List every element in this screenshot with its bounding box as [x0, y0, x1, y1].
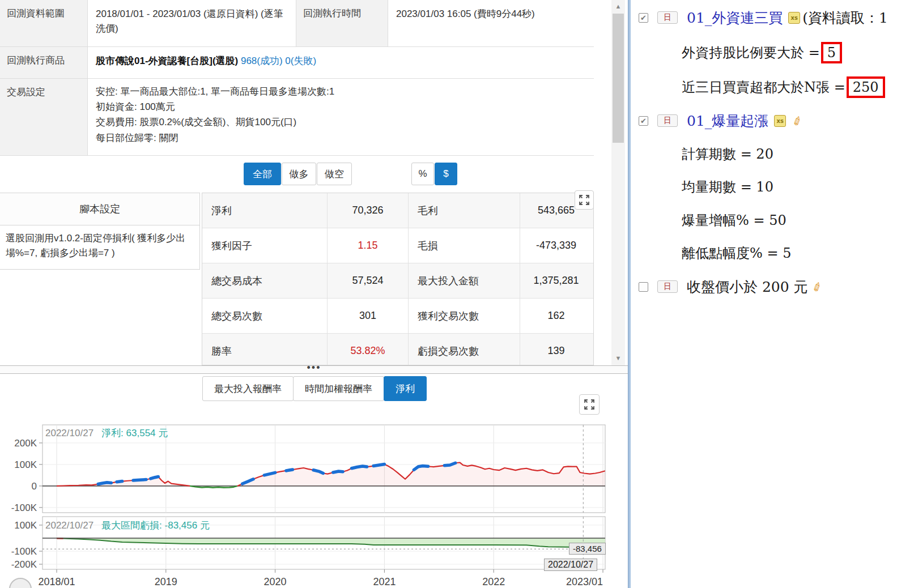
svg-text:2021: 2021: [373, 576, 396, 587]
scroll-up-icon[interactable]: ▲: [611, 0, 625, 12]
info-value-range: 2018/01/01 - 2023/01/03 (還原日資料) (逐筆洗價): [88, 0, 296, 46]
svg-text:2019: 2019: [155, 576, 177, 587]
drawdown-crosshair-label: 2022/10/27最大區間虧損: -83,456 元: [45, 519, 210, 532]
info-row-product: 回測執行商品 股市傳說01-外資認養[台股](選股) 968(成功) 0(失敗): [0, 47, 594, 79]
tab-net-profit[interactable]: 淨利: [384, 376, 427, 401]
highlighted-param-value: 250: [847, 76, 885, 98]
unit-percent-button[interactable]: %: [411, 163, 434, 185]
info-value-exec-time: 2023/01/03 16:05 (費時9分44秒): [388, 0, 594, 46]
backtest-info-table: 回測資料範圍 2018/01/01 - 2023/01/03 (還原日資料) (…: [0, 0, 594, 156]
scroll-down-icon[interactable]: ▼: [611, 352, 625, 364]
strategy-checkbox[interactable]: [639, 282, 648, 292]
strategy-link[interactable]: 01_爆量起漲: [687, 112, 768, 130]
stat-label: 毛利: [409, 193, 520, 228]
performance-stats-table: 淨利 70,326 毛利 543,665 獲利因子 1.15 毛損 -473,3…: [202, 193, 594, 365]
splitter-handle-icon[interactable]: •••: [307, 366, 321, 369]
info-row-trade-settings: 交易設定 安控: 單一商品最大部位:1, 單一商品每日最多進場次數:1 初始資金…: [0, 79, 594, 155]
crosshair-value: 淨利: 63,554 元: [101, 428, 168, 438]
stat-value: 1.15: [328, 228, 409, 263]
strategy-checkbox[interactable]: ✔: [639, 13, 648, 23]
param-label: 離低點幅度% = 5: [682, 244, 791, 262]
drawdown-value-tag: -83,456: [569, 543, 606, 555]
svg-text:2022: 2022: [482, 576, 505, 587]
xs-script-icon: xs: [774, 115, 786, 127]
stat-value: -473,339: [520, 228, 592, 263]
period-badge[interactable]: 日: [657, 280, 678, 293]
info-value-trade-settings: 安控: 單一商品最大部位:1, 單一商品每日最多進場次數:1 初始資金: 100…: [88, 79, 594, 155]
stat-label: 最大投入金額: [409, 263, 520, 298]
stat-value: 162: [520, 299, 592, 333]
performance-chart[interactable]: 200K100K0-100K100K-100K-200K2018/0120192…: [0, 405, 628, 588]
param-label: 近三日買賣超都大於N張 =: [682, 78, 845, 96]
strategy-link[interactable]: 01_外資連三買: [687, 8, 783, 27]
svg-text:2023/01: 2023/01: [566, 576, 603, 587]
stat-value: 70,326: [328, 193, 409, 228]
stat-value: 1,375,281: [520, 263, 592, 298]
info-value-product: 股市傳說01-外資認養[台股](選股) 968(成功) 0(失敗): [88, 47, 594, 78]
crosshair-date: 2022/10/27: [45, 520, 93, 531]
param-label: 計算期數 = 20: [682, 145, 773, 163]
param-row: 近三日買賣超都大於N張 = 250: [631, 74, 914, 100]
svg-text:100K: 100K: [14, 520, 37, 531]
trade-setting-line: 安控: 單一商品最大部位:1, 單一商品每日最多進場次數:1: [96, 84, 586, 99]
product-result-link[interactable]: 968(成功) 0(失敗): [241, 56, 316, 66]
param-label: 外資持股比例要大於 =: [682, 44, 820, 62]
scrollbar-thumb[interactable]: [613, 14, 624, 143]
stat-label: 總交易成本: [202, 263, 328, 298]
param-label: 均量期數 = 10: [682, 178, 773, 196]
horizontal-splitter[interactable]: •••: [0, 365, 628, 374]
svg-text:2020: 2020: [264, 576, 287, 587]
crosshair-value: 最大區間虧損: -83,456 元: [101, 520, 210, 531]
filter-all-button[interactable]: 全部: [244, 163, 281, 185]
stats-row: 淨利 70,326 毛利 543,665: [202, 193, 593, 228]
filter-short-button[interactable]: 做空: [317, 163, 352, 185]
svg-text:-200K: -200K: [11, 559, 37, 570]
strategy-checkbox[interactable]: ✔: [639, 116, 648, 126]
trade-setting-line: 交易費用: 股票0.2%(成交金額)、期貨100元(口): [96, 114, 586, 130]
param-row: 外資持股比例要大於 = 5: [631, 40, 914, 66]
crosshair-date: 2022/10/27: [45, 428, 93, 438]
highlighted-param-value: 5: [821, 42, 842, 63]
param-row: 離低點幅度% = 5: [631, 240, 914, 266]
strategy-link[interactable]: 收盤價小於 200 元: [687, 278, 808, 296]
stat-label: 獲利交易次數: [409, 299, 520, 333]
stat-label: 虧損交易次數: [409, 334, 520, 365]
stats-row: 獲利因子 1.15 毛損 -473,339: [202, 228, 593, 263]
stat-label: 獲利因子: [202, 228, 328, 263]
stat-value: 301: [328, 299, 409, 333]
period-badge[interactable]: 日: [657, 11, 678, 24]
netprofit-crosshair-label: 2022/10/27淨利: 63,554 元: [45, 427, 168, 440]
info-label-product: 回測執行商品: [0, 47, 88, 78]
param-row: 爆量增幅% = 50: [631, 207, 914, 233]
svg-text:200K: 200K: [14, 438, 37, 449]
filter-long-button[interactable]: 做多: [282, 163, 316, 185]
chart-tab-bar: 最大投入報酬率 時間加權報酬率 淨利: [202, 376, 426, 401]
script-settings-text: 選股回測用v1.0.2-固定停損利( 獲利多少出場%=7, 虧損多少出場=7 ): [0, 225, 199, 269]
param-row: 均量期數 = 10: [631, 174, 914, 200]
stat-value: 57,524: [328, 263, 409, 298]
edit-pencil-icon[interactable]: ✏: [790, 114, 806, 128]
strategy-suffix: (資料讀取：1: [802, 8, 888, 27]
svg-text:100K: 100K: [14, 459, 37, 470]
tab-time-weighted-return[interactable]: 時間加權報酬率: [293, 376, 384, 401]
backtest-app-window: 回測資料範圍 2018/01/01 - 2023/01/03 (還原日資料) (…: [0, 0, 914, 588]
vertical-scrollbar[interactable]: ▲ ▼: [611, 0, 625, 365]
stat-value: 53.82%: [328, 334, 409, 365]
trade-setting-line: 初始資金: 100萬元: [96, 99, 586, 114]
stat-label: 總交易次數: [202, 299, 328, 333]
product-name: 股市傳說01-外資認養[台股](選股): [96, 56, 238, 66]
edit-pencil-icon[interactable]: ✏: [809, 280, 826, 294]
unit-dollar-button[interactable]: $: [435, 163, 457, 185]
svg-text:2018/01: 2018/01: [38, 576, 75, 587]
period-badge[interactable]: 日: [657, 114, 678, 127]
stats-row: 總交易次數 301 獲利交易次數 162: [202, 299, 593, 334]
svg-text:-100K: -100K: [11, 546, 37, 557]
strategy-row: 日 收盤價小於 200 元 ✏: [631, 274, 914, 300]
stats-expand-icon[interactable]: [575, 190, 594, 210]
strategy-row: ✔ 日 01_外資連三買 xs (資料讀取：1: [631, 5, 914, 31]
param-label: 爆量增幅% = 50: [682, 211, 787, 229]
script-settings-panel: 腳本設定 選股回測用v1.0.2-固定停損利( 獲利多少出場%=7, 虧損多少出…: [0, 193, 200, 270]
svg-text:0: 0: [32, 481, 37, 492]
stats-row: 勝率 53.82% 虧損交易次數 139: [202, 334, 593, 365]
tab-max-invest-return[interactable]: 最大投入報酬率: [202, 376, 294, 401]
